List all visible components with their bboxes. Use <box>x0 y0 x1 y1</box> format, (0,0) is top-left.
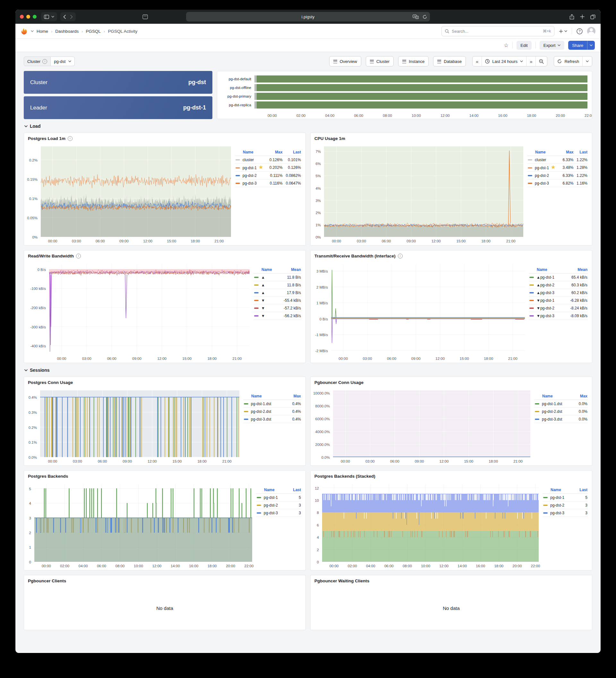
panel-title[interactable]: CPU Usage 1m <box>315 136 345 141</box>
edit-button[interactable]: Edit <box>517 41 531 50</box>
legend-col-header[interactable]: Max <box>560 149 574 156</box>
panel-title[interactable]: Read/Write Bandwidth <box>28 254 74 258</box>
export-button[interactable]: Export <box>540 41 565 50</box>
refresh-button[interactable]: Refresh <box>554 57 582 66</box>
page-settings-icon[interactable] <box>142 14 148 19</box>
reload-icon[interactable] <box>422 14 427 19</box>
section-load[interactable]: Load <box>25 124 591 129</box>
legend-item[interactable]: pg-dst-2 <box>527 172 560 180</box>
legend-item[interactable]: ▲ <box>253 281 278 289</box>
legend-item[interactable]: ▼ <box>253 312 278 320</box>
legend-col-header[interactable]: Max <box>267 149 283 156</box>
panel-title[interactable]: Postgres Conn Usage <box>28 380 73 385</box>
cluster-stat-panel[interactable]: Cluster pg-dst <box>24 71 212 94</box>
leader-stat-panel[interactable]: Leader pg-dst-1 <box>24 96 212 119</box>
legend-col-header[interactable]: Max <box>287 393 301 400</box>
refresh-interval-button[interactable] <box>582 57 592 66</box>
view-cluster-button[interactable]: Cluster <box>366 56 394 67</box>
legend-col-header[interactable]: Last <box>288 487 301 494</box>
legend-item[interactable]: pg-dst-3 <box>256 509 288 517</box>
zoom-out-button[interactable] <box>535 57 547 66</box>
panel-title[interactable]: Pgbouncer Conn Usage <box>315 380 364 385</box>
time-shift-back-button[interactable]: « <box>473 57 482 66</box>
section-sessions[interactable]: Sessions <box>25 368 591 373</box>
legend-item[interactable]: pg-dst-3.dst <box>534 415 574 423</box>
legend-item[interactable]: pg-dst-3.dst <box>243 415 287 423</box>
legend-item[interactable]: ▲pg-dst-1 <box>529 273 563 281</box>
legend-item[interactable]: ▲ <box>253 289 278 297</box>
legend-col-header[interactable]: Mean <box>563 266 588 273</box>
legend-col-header[interactable]: Name <box>253 266 278 273</box>
share-page-icon[interactable] <box>570 14 574 20</box>
legend-item[interactable]: pg-dst-2 <box>542 501 575 509</box>
legend-item[interactable]: ▼pg-dst-2 <box>529 304 563 312</box>
share-menu-button[interactable] <box>587 41 595 50</box>
timeline-state-bar[interactable] <box>254 102 587 109</box>
legend-item[interactable]: pg-dst-1 <box>542 494 575 501</box>
legend-item[interactable]: ▲pg-dst-3 <box>529 289 563 297</box>
legend-item[interactable]: pg-dst-2.dst <box>534 408 574 415</box>
legend-item[interactable]: ▲ <box>253 273 278 281</box>
legend-col-header[interactable]: Name <box>529 266 563 273</box>
panel-title[interactable]: Pgbouncer Waiting Clients <box>315 578 369 583</box>
cluster-variable-value[interactable]: pg-dst <box>51 57 75 66</box>
legend-col-header[interactable]: Name <box>527 149 560 156</box>
view-overview-button[interactable]: Overview <box>329 56 361 67</box>
load-plot-area[interactable] <box>41 146 231 237</box>
back-icon[interactable] <box>63 15 66 19</box>
address-bar[interactable]: i.pigsty A文 <box>186 12 430 22</box>
panel-title[interactable]: Postgres Load 1m <box>28 136 66 141</box>
sidebar-toggle-button[interactable] <box>41 12 57 21</box>
help-icon[interactable]: ? <box>577 28 583 34</box>
timeline-state-bar[interactable] <box>254 75 587 82</box>
legend-item[interactable]: pg-dst-1 <box>256 494 288 501</box>
legend-item[interactable]: pg-dst-1 <box>235 164 267 172</box>
legend-item[interactable]: pg-dst-3 <box>235 180 267 187</box>
time-shift-forward-button[interactable]: » <box>526 57 535 66</box>
breadcrumb-pgsql[interactable]: PGSQL <box>86 29 101 34</box>
legend-col-header[interactable]: Name <box>235 149 267 156</box>
grafana-logo[interactable] <box>20 27 28 35</box>
breadcrumb-dashboards[interactable]: Dashboards <box>55 29 79 34</box>
legend-item[interactable]: ▼pg-dst-3 <box>529 312 563 320</box>
time-range-picker[interactable]: Last 24 hours <box>482 57 526 66</box>
rw-plot-area[interactable] <box>49 264 250 354</box>
stacked-plot-area[interactable] <box>322 484 539 562</box>
legend-col-header[interactable]: Name <box>256 487 288 494</box>
legend-col-header[interactable]: Name <box>243 393 287 400</box>
legend-item[interactable]: ▼ <box>253 304 278 312</box>
legend-item[interactable]: cluster <box>527 156 560 164</box>
view-database-button[interactable]: Database <box>433 56 466 67</box>
legend-item[interactable]: pg-dst-1 <box>527 164 560 172</box>
user-avatar[interactable] <box>587 27 596 35</box>
panel-title[interactable]: Postgres Backends (Stacked) <box>315 474 375 479</box>
favorite-star-icon[interactable]: ☆ <box>504 42 508 49</box>
translate-icon[interactable]: A文 <box>413 14 419 19</box>
tab-overview-icon[interactable] <box>590 14 596 19</box>
share-button[interactable]: Share <box>568 41 587 50</box>
legend-item[interactable]: ▲pg-dst-2 <box>529 281 563 289</box>
state-timeline[interactable]: pg-dst-defaultpg-dst-offlinepg-dst-prima… <box>217 71 592 112</box>
legend-col-header[interactable]: Last <box>575 487 588 494</box>
legend-item[interactable]: pg-dst-2 <box>235 172 267 180</box>
timeline-state-bar[interactable] <box>254 84 587 91</box>
legend-col-header[interactable]: Last <box>574 149 588 156</box>
new-tab-icon[interactable] <box>580 14 584 19</box>
forward-icon[interactable] <box>70 15 73 19</box>
legend-item[interactable]: pg-dst-1.dst <box>243 400 287 408</box>
search-input[interactable]: Search... ⌘+k <box>442 26 555 36</box>
legend-item[interactable]: pg-dst-2 <box>256 501 288 509</box>
legend-col-header[interactable]: Last <box>283 149 301 156</box>
legend-col-header[interactable]: Name <box>542 487 575 494</box>
panel-title[interactable]: Transmit/Receive Bandwidth (Interface) <box>315 254 396 258</box>
add-button[interactable] <box>559 29 567 33</box>
fullscreen-window-button[interactable] <box>33 15 37 18</box>
legend-item[interactable]: pg-dst-2.dst <box>243 408 287 415</box>
timeline-state-bar[interactable] <box>254 93 587 100</box>
view-instance-button[interactable]: Instance <box>398 56 428 67</box>
minimize-window-button[interactable] <box>26 15 30 18</box>
legend-item[interactable]: pg-dst-3 <box>527 180 560 187</box>
legend-col-header[interactable]: Name <box>534 393 574 400</box>
legend-col-header[interactable]: Max <box>574 393 588 400</box>
legend-item[interactable]: cluster <box>235 156 267 164</box>
